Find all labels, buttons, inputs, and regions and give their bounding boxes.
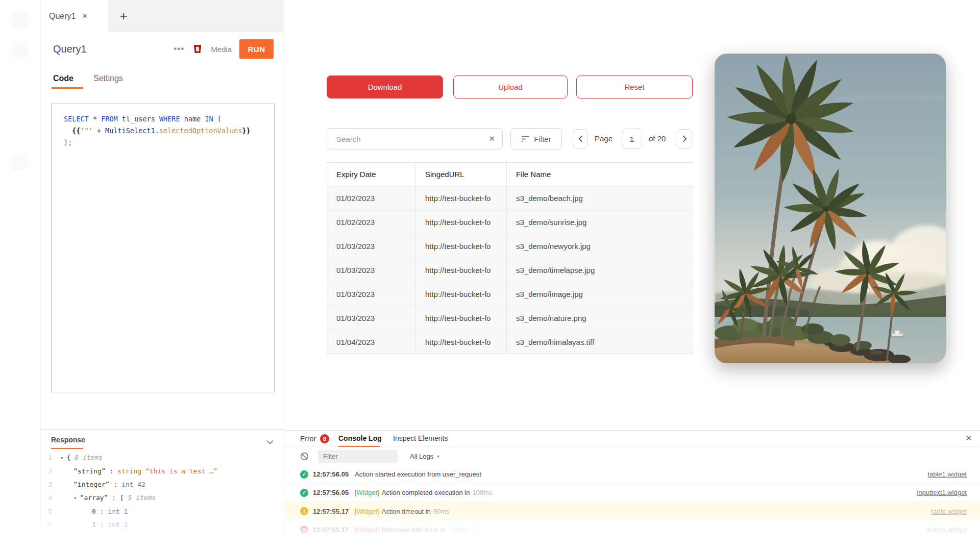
cell-url: http://test-bucket-fo — [415, 258, 506, 282]
tab-code[interactable]: Code — [53, 74, 74, 83]
datasource-name: Media — [211, 45, 232, 54]
debug-icon[interactable] — [474, 527, 480, 533]
log-source-link[interactable]: radio.widget — [931, 508, 967, 515]
debugger-panel: Error 8 Console Log Inspect Elements ✕ A… — [285, 430, 980, 551]
tab-console-log[interactable]: Console Log — [338, 434, 382, 442]
log-row: ! 12:57:55.17 [Widget] Action timeout in… — [285, 502, 980, 520]
beach-photo — [715, 54, 946, 363]
cell-expiry: 01/02/2023 — [327, 210, 415, 234]
s3-datasource-icon — [192, 43, 203, 55]
collapse-caret-icon[interactable]: ▾ — [60, 455, 64, 461]
collapse-caret-icon[interactable]: ▾ — [74, 495, 77, 502]
cell-file: s3_demo/image.jpg — [506, 282, 693, 306]
run-button[interactable]: RUN — [239, 39, 274, 59]
console-filter-input[interactable] — [318, 450, 398, 463]
log-message: Action timeout in — [382, 508, 431, 515]
log-duration: 100ms — [448, 526, 468, 534]
table-row[interactable]: 01/02/2023 http://test-bucket-fo s3_demo… — [327, 186, 693, 210]
cell-url: http://test-bucket-fo — [415, 210, 506, 234]
cell-url: http://test-bucket-fo — [415, 282, 506, 306]
close-panel-icon[interactable]: ✕ — [965, 434, 972, 443]
download-button[interactable]: Download — [327, 76, 443, 98]
cell-file: s3_demo/sunrise.jpg — [506, 210, 693, 234]
cell-expiry: 01/03/2023 — [327, 234, 415, 258]
page-total: of 20 — [649, 134, 666, 143]
response-tab-underline — [51, 448, 83, 449]
next-page-button[interactable] — [677, 129, 692, 148]
active-console-tab-underline — [338, 446, 380, 447]
success-icon: ✓ — [300, 489, 308, 497]
debugger-tabs: Error 8 Console Log Inspect Elements ✕ — [285, 431, 980, 447]
log-tag: [Widget] — [355, 489, 379, 496]
cell-expiry: 01/02/2023 — [327, 186, 415, 210]
files-table: Expiry Date SingedURL File Name 01/02/20… — [327, 162, 693, 354]
more-options-icon[interactable]: ••• — [174, 44, 184, 54]
tab-settings[interactable]: Settings — [93, 74, 123, 83]
log-timestamp: 12:57:55.17 — [313, 526, 352, 534]
response-json-tree: 1▾{ 8 items 2“string” : string “this is … — [41, 451, 284, 532]
log-row: ✓ 12:57:56.05 Action started execution f… — [285, 465, 980, 484]
filter-label: Filter — [534, 135, 551, 143]
filter-icon — [521, 136, 529, 142]
log-duration: 100ms — [472, 489, 492, 496]
log-source-link[interactable]: inputtext1.widget — [917, 489, 967, 496]
cell-expiry: 01/04/2023 — [327, 330, 415, 354]
clear-search-icon[interactable]: ✕ — [488, 134, 495, 143]
column-header[interactable]: Expiry Date — [327, 163, 415, 186]
cell-expiry: 01/03/2023 — [327, 282, 415, 306]
cell-url: http://test-bucket-fo — [415, 330, 506, 354]
log-message: Action started execution from user_reque… — [355, 470, 481, 478]
page-number-input[interactable] — [622, 129, 642, 149]
error-count-badge: 8 — [320, 434, 329, 443]
error-icon: ✕ — [300, 525, 308, 534]
cell-url: http://test-bucket-fo — [415, 186, 506, 210]
sql-code-editor[interactable]: SELECT * FROM tl_users WHERE name IN ( {… — [51, 104, 275, 392]
tab-inspect-elements[interactable]: Inspect Elements — [393, 434, 448, 442]
log-timestamp: 12:57:56.05 — [313, 470, 352, 478]
page-label: Page — [595, 134, 612, 143]
clear-logs-icon[interactable] — [300, 452, 309, 461]
table-row[interactable]: 01/03/2023 http://test-bucket-fo s3_demo… — [327, 258, 693, 282]
search-input[interactable] — [336, 135, 488, 143]
tab-error[interactable]: Error 8 — [300, 434, 329, 443]
table-row[interactable]: 01/02/2023 http://test-bucket-fo s3_demo… — [327, 210, 693, 234]
editor-subtabs: Code Settings — [41, 71, 284, 92]
query-title: Query1 — [53, 43, 87, 55]
query-tab[interactable]: Query1 ✕ — [41, 0, 108, 32]
query-tab-label: Query1 — [49, 12, 76, 21]
log-message: Returned with error in — [382, 526, 446, 534]
cell-expiry: 01/03/2023 — [327, 306, 415, 330]
cell-url: http://test-bucket-fo — [415, 306, 506, 330]
cell-file: s3_demo/himalayas.tiff — [506, 330, 693, 354]
column-header[interactable]: SingedURL — [415, 163, 506, 186]
cell-file: s3_demo/newyork.jpg — [506, 234, 693, 258]
prev-page-button[interactable] — [573, 129, 588, 148]
log-message: Action completed execution in — [382, 489, 470, 496]
log-source-link[interactable]: table1.widget — [927, 470, 967, 478]
query-header: Query1 ••• Media RUN — [41, 32, 284, 63]
table-row[interactable]: 01/03/2023 http://test-bucket-fo s3_demo… — [327, 306, 693, 330]
log-row: ✓ 12:57:56.05 [Widget] Action completed … — [285, 484, 980, 502]
reset-button[interactable]: Reset — [576, 76, 693, 98]
table-row[interactable]: 01/03/2023 http://test-bucket-fo s3_demo… — [327, 282, 693, 306]
cell-file: s3_demo/timelapse.jpg — [506, 258, 693, 282]
table-row[interactable]: 01/03/2023 http://test-bucket-fo s3_demo… — [327, 234, 693, 258]
upload-button[interactable]: Upload — [453, 76, 568, 98]
cell-expiry: 01/03/2023 — [327, 258, 415, 282]
success-icon: ✓ — [300, 470, 308, 479]
log-source-link[interactable]: button.widget — [927, 526, 967, 534]
table-row[interactable]: 01/04/2023 http://test-bucket-fo s3_demo… — [327, 330, 693, 354]
new-tab-button[interactable]: + — [108, 0, 139, 32]
console-filter-row: All Logs ▾ — [285, 447, 980, 465]
column-header[interactable]: File Name — [506, 163, 693, 186]
log-duration: 90ms — [433, 508, 450, 515]
log-level-dropdown[interactable]: All Logs ▾ — [410, 453, 439, 460]
response-tab[interactable]: Response — [51, 436, 85, 444]
close-tab-icon[interactable]: ✕ — [82, 12, 87, 20]
response-panel: Response 1▾{ 8 items 2“string” : string … — [41, 429, 284, 551]
filter-button[interactable]: Filter — [510, 128, 562, 149]
collapse-panel-icon[interactable] — [266, 437, 274, 446]
query-editor-panel: Query1 ✕ + Query1 ••• Media RUN — [41, 0, 284, 551]
log-timestamp: 12:57:55.17 — [313, 508, 352, 515]
cell-file: s3_demo/beach.jpg — [506, 186, 693, 210]
